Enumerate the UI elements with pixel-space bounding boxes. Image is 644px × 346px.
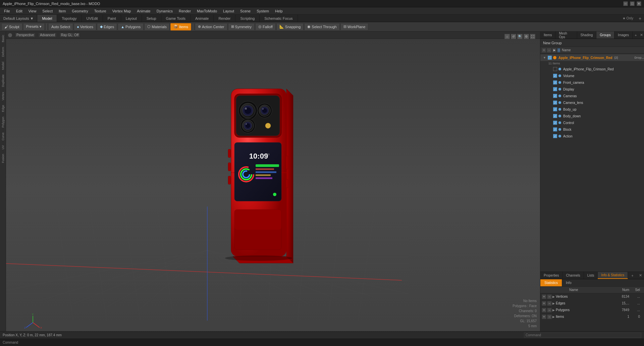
sidebar-tab-uv[interactable]: UV	[1, 143, 5, 152]
menu-maxtomodo[interactable]: MaxToModo	[194, 8, 220, 14]
right-tab-add-button[interactable]: +	[633, 32, 639, 39]
stats-row-edges[interactable]: + − ▶ Edges 15,... ...	[540, 300, 644, 307]
group-item-body-up[interactable]: ✓ Body_up	[540, 106, 644, 113]
group-action-checkbox[interactable]: ✓	[553, 134, 557, 138]
bottom-tab-properties[interactable]: Properties	[540, 272, 563, 279]
menu-view[interactable]: View	[26, 8, 39, 14]
group-camera-lens-checkbox[interactable]: ✓	[553, 101, 557, 105]
groups-col-btn-3[interactable]: ▶	[552, 48, 556, 53]
viewport-expand-icon[interactable]: ⛶	[530, 34, 535, 39]
sidebar-tab-polygon[interactable]: Polygon	[1, 115, 5, 130]
group-item-body-down[interactable]: ✓ Body_down	[540, 113, 644, 119]
stats-subtab-statistics[interactable]: Statistics	[540, 279, 562, 286]
stats-add-polygons[interactable]: +	[542, 308, 546, 312]
sidebar-tab-edge[interactable]: Edge	[1, 103, 5, 114]
window-controls[interactable]: ─ □ ✕	[623, 1, 641, 6]
group-apple-checkbox[interactable]	[553, 67, 557, 71]
viewport-zoom-icon[interactable]: 🔍	[517, 34, 523, 39]
vertices-button[interactable]: ● Vertices	[74, 23, 96, 31]
sidebar-tab-fusion[interactable]: Fusion	[1, 152, 5, 165]
tab-layout[interactable]: Layout	[121, 15, 142, 22]
viewport-perspective-button[interactable]: Perspective	[15, 33, 36, 38]
polygons-button[interactable]: ▲ Polygons	[118, 23, 144, 31]
viewport-reload-icon[interactable]: ↺	[511, 34, 516, 39]
viewport-raygl-button[interactable]: Ray GL: Off	[59, 33, 80, 38]
menu-geometry[interactable]: Geometry	[69, 8, 91, 14]
command-input[interactable]	[524, 333, 641, 338]
group-body-down-checkbox[interactable]: ✓	[553, 114, 557, 118]
maximize-button[interactable]: □	[630, 1, 635, 6]
stats-minus-vertices[interactable]: −	[547, 294, 552, 299]
edges-button[interactable]: ◆ Edges	[97, 23, 117, 31]
menu-texture[interactable]: Texture	[92, 8, 109, 14]
materials-button[interactable]: ⬡ Materials	[144, 23, 170, 31]
stats-minus-edges[interactable]: −	[547, 301, 552, 306]
close-button[interactable]: ✕	[637, 1, 641, 6]
group-item-volume[interactable]: ✓ Volume	[540, 72, 644, 79]
menu-file[interactable]: File	[1, 8, 13, 14]
group-item-control[interactable]: ✓ Control	[540, 119, 644, 126]
tab-setup[interactable]: Setup	[142, 15, 161, 22]
menu-select[interactable]: Select	[40, 8, 55, 14]
tab-uvedit[interactable]: UVEdit	[82, 15, 103, 22]
menu-system[interactable]: System	[254, 8, 272, 14]
viewport[interactable]: Perspective Advanced Ray GL: Off ⌂ ↺ 🔍 ⚙…	[6, 32, 540, 339]
bottom-tab-channels[interactable]: Channels	[563, 272, 584, 279]
bottom-tab-lists[interactable]: Lists	[584, 272, 598, 279]
stats-row-polygons[interactable]: + − ▶ Polygons 7849 ...	[540, 307, 644, 313]
select-through-button[interactable]: ◉ Select Through	[304, 23, 339, 31]
right-tab-shading[interactable]: Shading	[577, 32, 597, 39]
menu-layout[interactable]: Layout	[220, 8, 237, 14]
sidebar-tab-basic[interactable]: Basic	[1, 33, 5, 44]
minimize-button[interactable]: ─	[623, 1, 628, 6]
bottom-right-add-button[interactable]: +	[629, 272, 635, 279]
group-item-cameras[interactable]: ✓ Cameras	[540, 93, 644, 99]
sidebar-tab-deform[interactable]: Deform	[1, 45, 5, 59]
menu-vertex-map[interactable]: Vertex Map	[110, 8, 134, 14]
groups-col-btn-1[interactable]: +	[542, 48, 546, 53]
group-front-camera-checkbox[interactable]: ✓	[553, 80, 557, 84]
stats-add-edges[interactable]: +	[542, 301, 546, 306]
menu-help[interactable]: Help	[272, 8, 285, 14]
group-item-display[interactable]: ✓ Display	[540, 86, 644, 93]
viewport-home-icon[interactable]: ⌂	[504, 34, 510, 39]
menu-scene[interactable]: Scene	[237, 8, 253, 14]
bottom-right-close-button[interactable]: ✕	[637, 272, 644, 279]
menu-animate[interactable]: Animate	[134, 8, 153, 14]
snapping-button[interactable]: 📐 Snapping	[276, 23, 304, 31]
group-item-camera-lens[interactable]: ✓ Camera_lens	[540, 99, 644, 106]
falloff-button[interactable]: ◎ Falloff	[255, 23, 276, 31]
group-control-checkbox[interactable]: ✓	[553, 121, 557, 125]
group-root[interactable]: ▼ ✓ Apple_iPhone_Flip_Crimson_Red (2) Dr…	[540, 54, 644, 61]
right-panel-close-button[interactable]: ✕	[639, 32, 644, 39]
tab-topology[interactable]: Topology	[57, 15, 82, 22]
tab-animate[interactable]: Animate	[191, 15, 214, 22]
menu-dynamics[interactable]: Dynamics	[154, 8, 175, 14]
tab-paint[interactable]: Paint	[103, 15, 121, 22]
tab-game-tools[interactable]: Game Tools	[161, 15, 191, 22]
viewport-menu-button[interactable]	[8, 33, 12, 37]
sidebar-tab-vertex[interactable]: Vertex	[1, 90, 5, 103]
viewport-canvas[interactable]: .grid-line { stroke: #555; stroke-width:…	[6, 39, 540, 339]
sidebar-tab-curve[interactable]: Curve	[1, 130, 5, 142]
right-tab-mesh-ops[interactable]: Mesh Ops	[555, 32, 577, 39]
stats-minus-items[interactable]: −	[547, 314, 552, 319]
stats-add-vertices[interactable]: +	[542, 294, 546, 299]
stats-add-items[interactable]: +	[542, 314, 546, 319]
group-display-checkbox[interactable]: ✓	[553, 87, 557, 91]
sidebar-tab-duplicate[interactable]: Duplicate	[1, 72, 5, 89]
symmetry-button[interactable]: ⊞ Symmetry	[228, 23, 255, 31]
viewport-advanced-button[interactable]: Advanced	[38, 33, 56, 38]
groups-col-btn-4[interactable]: □	[557, 48, 560, 53]
action-center-button[interactable]: ⊕ Action Center	[195, 23, 227, 31]
sculpt-button[interactable]: 🖌 Sculpt	[1, 23, 22, 31]
tab-schematic[interactable]: Schematic Focus	[260, 15, 298, 22]
menu-item[interactable]: Item	[56, 8, 68, 14]
group-root-checkbox[interactable]: ✓	[548, 56, 552, 60]
menu-edit[interactable]: Edit	[13, 8, 25, 14]
group-volume-checkbox[interactable]: ✓	[553, 74, 557, 78]
layout-presets-dropdown[interactable]: Default Layouts ▼	[0, 15, 37, 22]
groups-col-btn-2[interactable]: -	[547, 48, 551, 53]
stats-minus-polygons[interactable]: −	[547, 308, 552, 312]
tab-render[interactable]: Render	[214, 15, 235, 22]
